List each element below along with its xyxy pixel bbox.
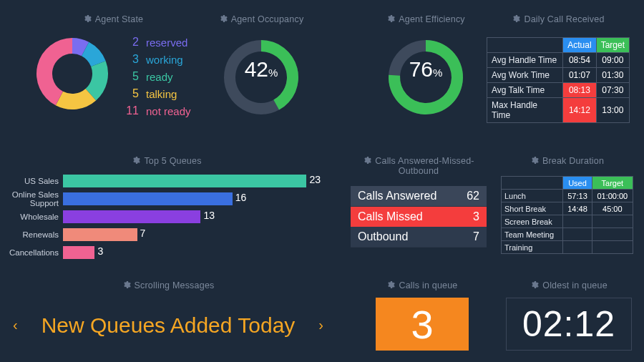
agent-state-widget: Agent State 2reserved3working5ready5talk…	[34, 14, 192, 24]
chevron-right-icon[interactable]: ›	[313, 317, 329, 333]
scroll-body: ‹ New Queues Added Today ›	[7, 296, 329, 353]
bar-category: Wholesale	[6, 212, 63, 221]
th-target: Target	[596, 38, 629, 53]
agent-state-title: Agent State	[34, 14, 192, 24]
break-used: 57:13	[563, 190, 592, 202]
oldest-in-queue-widget: Oldest in queue 02:12	[501, 280, 637, 351]
calls-in-queue-value: 3	[376, 298, 469, 351]
table-row: Max Handle Time14:1213:00	[487, 98, 630, 123]
gear-icon	[386, 280, 395, 289]
legend-count: 5	[122, 70, 139, 83]
bar-fill	[63, 175, 306, 187]
daily-call-table: Actual Target Avg Handle Time08:5409:00A…	[487, 37, 630, 123]
metric-label: Avg Handle Time	[487, 53, 563, 68]
legend-count: 3	[122, 53, 139, 66]
scroll-title-text: Scrolling Messages	[135, 280, 215, 290]
break-label: Lunch	[502, 190, 563, 202]
agent-state-title-text: Agent State	[95, 14, 144, 24]
agent-occupancy-widget: Agent Occupancy 42%	[200, 14, 322, 143]
agent-efficiency-value: 76%	[365, 57, 487, 82]
top5-title-text: Top 5 Queues	[144, 156, 201, 166]
legend-row: 5ready	[122, 70, 191, 83]
legend-row: 3working	[122, 53, 191, 66]
top5-title: Top 5 Queues	[6, 156, 328, 166]
break-title-text: Break Duration	[542, 156, 604, 166]
legend-label: not ready	[146, 105, 191, 117]
legend-label: ready	[146, 71, 173, 83]
amo-title: Calls Answered-Missed-Outbound	[351, 156, 487, 176]
bar-track: 23	[63, 175, 328, 187]
agent-occupancy-value: 42%	[200, 57, 322, 82]
pct-sign: %	[433, 67, 442, 79]
legend-count: 2	[122, 36, 139, 49]
break-target	[592, 228, 633, 241]
bar-row: Online Sales Support16	[6, 191, 328, 206]
legend-label: reserved	[146, 36, 187, 49]
table-row: Avg Handle Time08:5409:00	[487, 53, 630, 68]
ciq-title: Calls in queue	[358, 280, 487, 290]
table-header-row: Actual Target	[487, 38, 630, 53]
bar-fill	[63, 192, 233, 205]
table-row: Training	[502, 241, 633, 254]
metric-target: 07:30	[596, 83, 629, 98]
gear-icon	[363, 156, 371, 165]
break-target	[592, 241, 633, 254]
metric-label: Avg Work Time	[487, 68, 563, 83]
table-row: Short Break14:4845:00	[502, 202, 633, 215]
bar-value: 23	[306, 174, 321, 185]
oiq-title-text: Oldest in queue	[542, 280, 608, 290]
daily-call-title-text: Daily Call Received	[524, 14, 604, 24]
bar-category: Cancellations	[6, 248, 63, 257]
agent-state-donut	[33, 34, 112, 115]
amo-value: 3	[473, 210, 479, 223]
gear-icon	[132, 156, 140, 165]
break-used	[563, 228, 592, 241]
break-used: 14:48	[563, 202, 592, 215]
legend-row: 2reserved	[122, 36, 191, 49]
agent-occupancy-title-text: Agent Occupancy	[231, 14, 304, 24]
calls-answered-missed-outbound-widget: Calls Answered-Missed-Outbound Calls Ans…	[351, 156, 487, 248]
amo-label: Calls Answered	[358, 190, 436, 202]
daily-call-received-widget: Daily Call Received Actual Target Avg Ha…	[487, 14, 630, 123]
top5-queues-widget: Top 5 Queues US Sales23Online Sales Supp…	[6, 156, 328, 263]
break-label: Short Break	[502, 202, 563, 215]
table-row: Lunch57:1301:00:00	[502, 190, 633, 202]
gear-icon	[83, 14, 92, 23]
legend-label: working	[146, 54, 183, 66]
pct-sign: %	[268, 67, 278, 79]
table-row: Team Meeting	[502, 228, 633, 241]
bar-fill	[63, 228, 137, 241]
metric-target: 01:30	[596, 68, 629, 83]
legend-row: 11not ready	[122, 104, 191, 117]
metric-target: 13:00	[596, 98, 629, 123]
break-duration-widget: Break Duration Used Target Lunch57:1301:…	[501, 156, 633, 254]
oldest-in-queue-value: 02:12	[506, 298, 632, 351]
metric-actual: 08:13	[563, 83, 596, 98]
bar-track: 7	[63, 228, 328, 241]
table-row: Avg Talk Time08:1307:30	[487, 83, 630, 98]
break-label: Training	[502, 241, 563, 254]
bar-row: Renewals7	[6, 227, 328, 242]
bar-category: Renewals	[6, 230, 63, 239]
bar-row: US Sales23	[6, 173, 328, 188]
chevron-left-icon[interactable]: ‹	[7, 317, 24, 333]
bar-track: 3	[63, 246, 328, 259]
gear-icon	[386, 14, 395, 23]
bar-category: US Sales	[6, 177, 63, 185]
bar-category: Online Sales Support	[6, 190, 63, 207]
bar-row: Wholesale13	[6, 209, 328, 224]
bar-track: 13	[63, 210, 328, 223]
legend-label: talking	[146, 88, 177, 100]
bar-track: 16	[63, 192, 328, 205]
break-used	[563, 241, 592, 254]
bar-fill	[63, 210, 200, 223]
amo-value: 7	[473, 230, 479, 243]
bar-value: 13	[200, 210, 215, 221]
agent-state-legend: 2reserved3working5ready5talking11not rea…	[122, 36, 191, 122]
metric-label: Avg Talk Time	[487, 83, 563, 98]
amo-label: Calls Missed	[358, 210, 423, 223]
gear-icon	[530, 156, 539, 165]
scrolling-messages-widget: Scrolling Messages ‹ New Queues Added To…	[7, 280, 329, 353]
metric-actual: 14:12	[563, 98, 596, 123]
break-target: 45:00	[592, 202, 633, 215]
